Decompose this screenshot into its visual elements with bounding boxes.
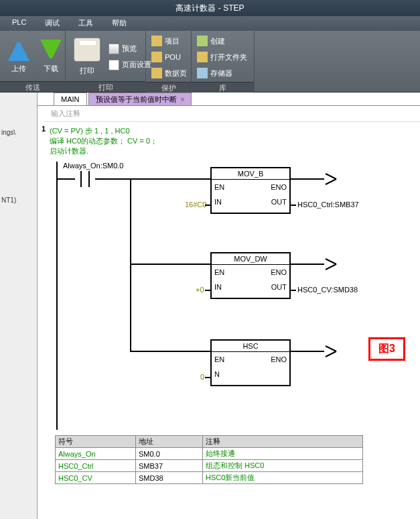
menu-debug[interactable]: 调试 xyxy=(36,16,69,31)
ribbon-group-protect: 保护 xyxy=(146,82,191,93)
symtable-h3: 注释 xyxy=(203,436,363,448)
datapage-button[interactable]: 数据页 xyxy=(151,66,187,80)
pin-out-1: HSC0_Ctrl:SMB37 xyxy=(297,200,359,209)
ribbon: 上传 下载 传送 打印 预览 页面设置 打印 项目 POU xyxy=(0,31,420,93)
storage-icon xyxy=(197,68,208,78)
ribbon-group-library: 库 xyxy=(192,82,254,93)
menu-help[interactable]: 帮助 xyxy=(102,16,136,31)
instruction-hsc[interactable]: HSC ENENO N xyxy=(210,339,291,386)
contact-label: Always_On:SM0.0 xyxy=(63,162,123,170)
ribbon-group-print: 打印 xyxy=(66,81,145,92)
symbol-table: 符号 地址 注释 Always_OnSM0.0始终接通 HSC0_CtrlSMB… xyxy=(55,435,363,484)
create-icon xyxy=(197,36,208,46)
eno-terminator-2 xyxy=(323,256,339,272)
title-bar: 高速计数器 - STEP xyxy=(0,0,420,16)
ribbon-group-transfer: 传送 xyxy=(0,81,65,92)
annotation-figure-3: 图3 xyxy=(368,337,405,361)
download-button[interactable]: 下载 xyxy=(35,32,67,81)
menu-bar: PLC 调试 工具 帮助 xyxy=(0,16,420,31)
left-panel-stub: ings\ NT1) xyxy=(0,93,38,519)
pin-n: 0 xyxy=(200,373,204,381)
preview-button[interactable]: 预览 xyxy=(109,42,151,56)
tab-interrupt[interactable]: 预设值等于当前值时中断× xyxy=(88,93,192,105)
menu-plc[interactable]: PLC xyxy=(3,16,36,31)
project-button[interactable]: 项目 xyxy=(151,34,187,48)
project-icon xyxy=(151,36,162,46)
comment-input[interactable]: 输入注释 xyxy=(44,106,420,122)
svg-line-2 xyxy=(326,259,336,264)
printer-icon xyxy=(74,38,100,62)
instruction-mov-dw[interactable]: MOV_DW ENENO INOUT xyxy=(210,252,291,299)
table-row[interactable]: HSC0_CtrlSMB37组态和控制 HSC0 xyxy=(56,460,363,472)
editor-area: MAIN 预设值等于当前值时中断× 输入注释 1 (CV = PV) 步 1 ,… xyxy=(38,93,420,519)
datapage-icon xyxy=(151,68,162,78)
pou-button[interactable]: POU xyxy=(151,50,187,64)
menu-tools[interactable]: 工具 xyxy=(69,16,102,31)
pagesetup-button[interactable]: 页面设置 xyxy=(109,58,151,72)
pin-in-1: 16#C0 xyxy=(185,200,206,209)
svg-line-5 xyxy=(326,351,336,357)
pou-icon xyxy=(151,52,162,62)
eno-terminator-3 xyxy=(323,343,339,359)
storage-button[interactable]: 存储器 xyxy=(197,66,247,80)
create-button[interactable]: 创建 xyxy=(197,34,247,48)
preview-icon xyxy=(109,44,119,54)
eno-terminator-1 xyxy=(323,171,339,187)
print-button[interactable]: 打印 xyxy=(68,32,106,81)
svg-line-3 xyxy=(326,264,336,270)
network-1: 1 (CV = PV) 步 1 , 1 , HC0 编译 HC0的动态参数； C… xyxy=(38,122,420,491)
svg-line-0 xyxy=(326,174,336,179)
contact-always-on[interactable] xyxy=(75,171,95,187)
folder-icon xyxy=(197,52,208,62)
svg-line-1 xyxy=(326,179,336,184)
table-row[interactable]: HSC0_CVSMD38HSC0新当前值 xyxy=(56,472,363,484)
table-row[interactable]: Always_OnSM0.0始终接通 xyxy=(56,448,363,460)
pin-in-2: +0 xyxy=(196,286,204,294)
svg-line-4 xyxy=(326,346,336,351)
openfolder-button[interactable]: 打开文件夹 xyxy=(197,50,247,64)
symtable-h1: 符号 xyxy=(56,436,136,448)
instruction-mov-b[interactable]: MOV_B ENENO INOUT xyxy=(210,167,291,214)
network-number: 1 xyxy=(38,122,50,491)
pin-out-2: HSC0_CV:SMD38 xyxy=(297,286,358,294)
close-icon[interactable]: × xyxy=(181,96,185,103)
pagesetup-icon xyxy=(109,60,119,70)
upload-button[interactable]: 上传 xyxy=(3,32,35,81)
symtable-h2: 地址 xyxy=(136,436,203,448)
tab-main[interactable]: MAIN xyxy=(54,93,87,105)
network-comment: (CV = PV) 步 1 , 1 , HC0 编译 HC0的动态参数； CV … xyxy=(50,126,413,156)
ladder-diagram[interactable]: Always_On:SM0.0 MOV_B ENENO INOUT 16#C0 … xyxy=(50,162,413,430)
